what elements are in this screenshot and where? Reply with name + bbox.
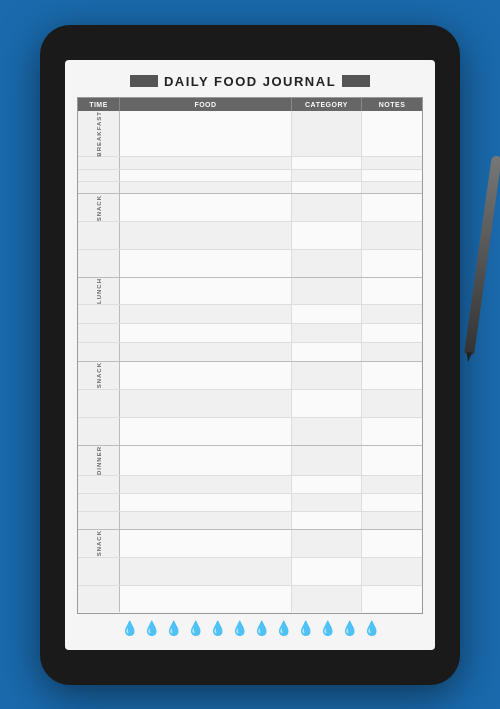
snack1-cat-2[interactable]	[292, 222, 362, 249]
dinner-food-1[interactable]	[120, 446, 292, 475]
water-drop-10[interactable]: 💧	[319, 620, 336, 636]
water-drop-7[interactable]: 💧	[253, 620, 270, 636]
water-drop-6[interactable]: 💧	[231, 620, 248, 636]
breakfast-notes-2[interactable]	[362, 157, 422, 168]
dinner-food-4[interactable]	[120, 512, 292, 529]
snack3-notes-1[interactable]	[362, 530, 422, 557]
snack1-food-2[interactable]	[120, 222, 292, 249]
dinner-cat-1[interactable]	[292, 446, 362, 475]
dinner-notes-2[interactable]	[362, 476, 422, 493]
snack1-food-1[interactable]	[120, 194, 292, 221]
water-drop-8[interactable]: 💧	[275, 620, 292, 636]
breakfast-notes-1[interactable]	[362, 111, 422, 157]
water-drop-11[interactable]: 💧	[341, 620, 358, 636]
lunch-food-2[interactable]	[120, 305, 292, 323]
water-drop-3[interactable]: 💧	[165, 620, 182, 636]
snack2-cat-2[interactable]	[292, 390, 362, 417]
blank-label	[78, 182, 120, 193]
lunch-notes-3[interactable]	[362, 324, 422, 342]
snack2-label-cell: SNACK	[78, 362, 120, 389]
lunch-food-4[interactable]	[120, 343, 292, 361]
lunch-food-3[interactable]	[120, 324, 292, 342]
food-header: FOOD	[120, 98, 292, 111]
snack2-cat-3[interactable]	[292, 418, 362, 445]
table-row	[78, 494, 422, 512]
breakfast-cat-1[interactable]	[292, 111, 362, 157]
dinner-notes-3[interactable]	[362, 494, 422, 511]
water-drop-4[interactable]: 💧	[187, 620, 204, 636]
lunch-food-1[interactable]	[120, 278, 292, 304]
blank-label	[78, 512, 120, 529]
dinner-label: DINNER	[96, 446, 102, 475]
breakfast-food-1[interactable]	[120, 111, 292, 157]
lunch-cat-2[interactable]	[292, 305, 362, 323]
dinner-cat-2[interactable]	[292, 476, 362, 493]
snack2-notes-2[interactable]	[362, 390, 422, 417]
snack3-food-1[interactable]	[120, 530, 292, 557]
snack3-notes-2[interactable]	[362, 558, 422, 585]
snack2-food-3[interactable]	[120, 418, 292, 445]
snack3-cat-2[interactable]	[292, 558, 362, 585]
title-bar: DAILY FOOD JOURNAL	[77, 74, 423, 89]
snack1-notes-3[interactable]	[362, 250, 422, 277]
breakfast-cat-3[interactable]	[292, 170, 362, 181]
breakfast-section: BREAKFAST	[78, 111, 422, 195]
breakfast-food-4[interactable]	[120, 182, 292, 193]
lunch-cat-4[interactable]	[292, 343, 362, 361]
snack2-cat-1[interactable]	[292, 362, 362, 389]
dinner-food-3[interactable]	[120, 494, 292, 511]
food-table: TIME FOOD CATEGORY NOTES BREAKFAST	[77, 97, 423, 614]
snack1-notes-1[interactable]	[362, 194, 422, 221]
breakfast-food-2[interactable]	[120, 157, 292, 168]
dinner-notes-1[interactable]	[362, 446, 422, 475]
blank-label	[78, 418, 120, 445]
blank-label	[78, 586, 120, 613]
breakfast-cat-4[interactable]	[292, 182, 362, 193]
notes-header: NOTES	[362, 98, 422, 111]
snack3-label-cell: SNACK	[78, 530, 120, 557]
lunch-cat-3[interactable]	[292, 324, 362, 342]
breakfast-cat-2[interactable]	[292, 157, 362, 168]
water-drop-2[interactable]: 💧	[143, 620, 160, 636]
table-row: BREAKFAST	[78, 111, 422, 158]
snack3-food-2[interactable]	[120, 558, 292, 585]
table-row	[78, 324, 422, 343]
lunch-notes-4[interactable]	[362, 343, 422, 361]
breakfast-notes-4[interactable]	[362, 182, 422, 193]
lunch-notes-1[interactable]	[362, 278, 422, 304]
snack1-cat-1[interactable]	[292, 194, 362, 221]
snack2-notes-3[interactable]	[362, 418, 422, 445]
snack3-food-3[interactable]	[120, 586, 292, 613]
lunch-cat-1[interactable]	[292, 278, 362, 304]
breakfast-notes-3[interactable]	[362, 170, 422, 181]
table-row	[78, 157, 422, 169]
snack3-cat-3[interactable]	[292, 586, 362, 613]
dinner-notes-4[interactable]	[362, 512, 422, 529]
snack3-section: SNACK	[78, 530, 422, 613]
blank-label	[78, 476, 120, 493]
blank-label	[78, 157, 120, 168]
breakfast-food-3[interactable]	[120, 170, 292, 181]
lunch-label: LUNCH	[96, 278, 102, 304]
snack1-cat-3[interactable]	[292, 250, 362, 277]
snack2-notes-1[interactable]	[362, 362, 422, 389]
snack1-food-3[interactable]	[120, 250, 292, 277]
lunch-rows: LUNCH	[78, 278, 422, 361]
snack2-food-1[interactable]	[120, 362, 292, 389]
snack3-notes-3[interactable]	[362, 586, 422, 613]
snack3-cat-1[interactable]	[292, 530, 362, 557]
breakfast-rows: BREAKFAST	[78, 111, 422, 194]
blank-label	[78, 250, 120, 277]
snack2-section: SNACK	[78, 362, 422, 446]
snack1-notes-2[interactable]	[362, 222, 422, 249]
water-tracker: 💧 💧 💧 💧 💧 💧 💧 💧 💧 💧 💧 💧	[77, 614, 423, 640]
dinner-cat-3[interactable]	[292, 494, 362, 511]
snack2-food-2[interactable]	[120, 390, 292, 417]
water-drop-1[interactable]: 💧	[121, 620, 138, 636]
water-drop-12[interactable]: 💧	[363, 620, 380, 636]
lunch-notes-2[interactable]	[362, 305, 422, 323]
water-drop-9[interactable]: 💧	[297, 620, 314, 636]
dinner-cat-4[interactable]	[292, 512, 362, 529]
dinner-food-2[interactable]	[120, 476, 292, 493]
water-drop-5[interactable]: 💧	[209, 620, 226, 636]
